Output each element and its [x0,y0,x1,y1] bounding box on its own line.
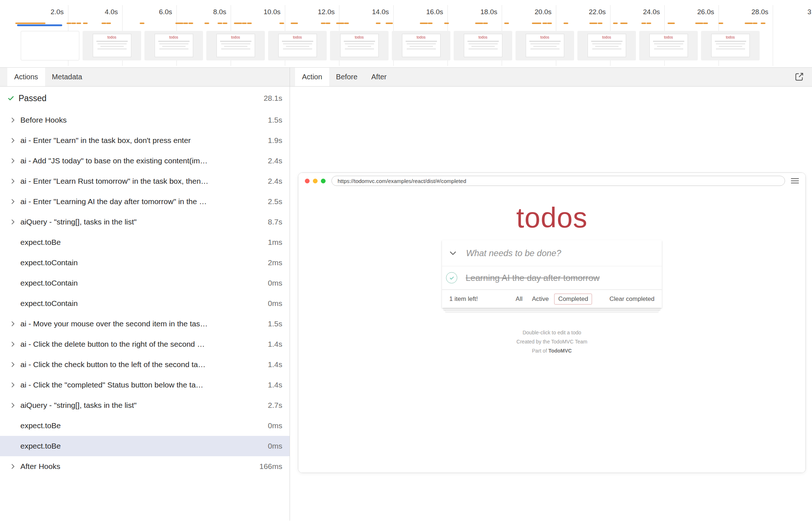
chevron-right-icon[interactable] [9,116,17,124]
timeline-strip[interactable]: 2.0s 4.0s 6.0s 8.0s 10.0s 12.0s 14.0s [0,0,812,68]
info-line-edit: Double-click to edit a todo [298,328,805,337]
action-label: ai - Add "JS today" to base on the exist… [20,156,263,165]
filter-link[interactable]: Active [528,294,553,305]
screenshot-thumbnail[interactable]: todos [639,31,698,60]
main-split: Actions Metadata Passed 28.1s [0,68,812,521]
left-panel-tab[interactable]: Actions [7,68,45,86]
snapshot-tab[interactable]: After [365,68,394,86]
action-row[interactable]: ai - Click the delete button to the righ… [0,334,290,354]
action-row[interactable]: Before Hooks 1.5s [0,110,290,130]
info-line-credits: Created by the TodoMVC Team [298,337,805,346]
chevron-right-icon[interactable] [9,157,17,164]
new-todo-input[interactable]: What needs to be done? [466,248,561,258]
thumbnail-content-line [654,48,683,49]
new-todo-row: What needs to be done? [442,240,662,266]
action-row[interactable]: aiQuery - "string[], tasks in the list" … [0,395,290,415]
minimize-dot-icon[interactable] [313,179,318,183]
screenshot-thumbnail[interactable]: todos [330,31,389,60]
action-label: ai - Click the check button to the left … [20,360,263,369]
action-label: aiQuery - "string[], tasks in the list" [20,401,263,410]
action-row[interactable]: expect.toContain 2ms [0,252,290,273]
close-dot-icon[interactable] [305,179,310,183]
chevron-right-icon[interactable] [9,178,17,185]
screenshot-thumbnail[interactable]: todos [144,31,203,60]
action-row[interactable]: ai - Click the check button to the left … [0,354,290,375]
action-row[interactable]: expect.toBe 0ms [0,415,290,436]
screenshot-thumbnail[interactable]: todos [516,31,574,60]
todo-toggle-checked-icon[interactable] [446,272,457,283]
chevron-right-icon[interactable] [9,320,17,327]
thumbnail-content-line [716,48,745,49]
thumbnail-title: todos [712,34,749,39]
action-row[interactable]: After Hooks 166ms [0,456,290,477]
screenshot-thumbnail[interactable]: todos [392,31,450,60]
thumbnail-content-line [283,48,312,49]
thumbnail-content-line [283,43,312,44]
open-external-button[interactable] [794,72,805,83]
thumbnail-content-line [469,48,498,49]
thumbnail-content-line [159,48,188,49]
action-label: expect.toContain [20,279,263,287]
thumbnail-content-line [530,43,560,44]
address-bar[interactable]: https://todomvc.com/examples/react/dist/… [331,176,785,186]
action-row[interactable]: ai - Click the "completed" Status button… [0,375,290,395]
chevron-right-icon[interactable] [9,198,17,205]
action-row[interactable]: ai - Add "JS today" to base on the exist… [0,151,290,171]
browser-chrome: https://todomvc.com/examples/react/dist/… [298,173,805,189]
filter-link[interactable]: Completed [554,294,592,305]
chevron-right-icon[interactable] [9,137,17,144]
maximize-dot-icon[interactable] [321,179,326,183]
thumbnail-page: todos [464,34,502,57]
todo-footer: 1 item left! All Active Completed [442,290,662,308]
action-row[interactable]: ai - Enter "Learning AI the day after to… [0,191,290,212]
thumbnail-content-line [407,48,436,49]
thumbnail-content-line [410,46,433,47]
action-row[interactable]: expect.toContain 0ms [0,293,290,314]
action-label: ai - Enter "Learn" in the task box, don'… [20,136,263,145]
thumbnail-content-line [345,48,374,49]
thumbnail-page: todos [340,34,379,57]
toggle-all-chevron-down-icon[interactable] [448,248,458,258]
action-row[interactable]: expect.toBe 1ms [0,232,290,252]
screenshot-thumbnail[interactable]: todos [454,31,512,60]
action-row[interactable]: ai - Enter "Learn" in the task box, don'… [0,130,290,151]
thumbnail-page: todos [526,34,564,57]
screenshot-thumbnail[interactable]: todos [83,31,141,60]
chevron-right-icon[interactable] [9,341,17,348]
menu-icon[interactable] [791,178,799,183]
thumbnail-content-line [224,46,247,47]
thumbnail-content-line [533,46,557,47]
chevron-right-icon[interactable] [9,402,17,409]
thumbnail-page: todos [93,34,131,57]
action-row[interactable]: ai - Move your mouse over the second ite… [0,314,290,334]
action-row[interactable]: expect.toBe 0ms [0,436,290,456]
clear-completed-button[interactable]: Clear completed [609,295,654,303]
filter-link[interactable]: All [512,294,526,305]
snapshot-tab[interactable]: Action [295,68,329,86]
screenshot-thumbnail[interactable]: todos [206,31,265,60]
thumbnail-title: todos [588,34,626,39]
action-row[interactable]: expect.toContain 0ms [0,273,290,293]
thumbnail-content-line [653,41,684,42]
action-row[interactable]: aiQuery - "string[], tasks in the list" … [0,212,290,232]
thumbnail-content-line [221,48,250,49]
test-status-row: Passed 28.1s [0,87,290,110]
timeline-filmstrip: todos todos todos [21,31,760,60]
chevron-right-icon[interactable] [9,218,17,226]
chevron-right-icon[interactable] [9,361,17,368]
action-label: expect.toContain [20,258,263,267]
chevron-right-icon[interactable] [9,463,17,470]
traffic-lights [305,179,326,183]
thumbnail-content-line [96,41,128,42]
screenshot-thumbnail[interactable] [21,31,79,60]
screenshot-thumbnail[interactable]: todos [701,31,760,60]
action-row[interactable]: ai - Enter "Learn Rust tomorrow" in the … [0,171,290,191]
left-panel-tab[interactable]: Metadata [45,68,89,86]
screenshot-thumbnail[interactable]: todos [577,31,636,60]
screenshot-thumbnail[interactable]: todos [268,31,327,60]
chevron-right-icon[interactable] [9,381,17,389]
todo-item-label[interactable]: Learning AI the day after tomorrow [466,273,600,283]
snapshot-tab[interactable]: Before [329,68,365,86]
todomvc-link[interactable]: TodoMVC [548,348,572,354]
thumbnail-content-line [406,41,437,42]
